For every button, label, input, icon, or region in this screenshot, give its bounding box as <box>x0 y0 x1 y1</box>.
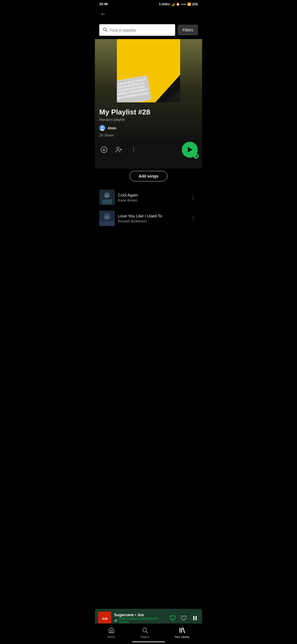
moon-icon: 🌙 <box>171 2 175 6</box>
search-icon <box>103 27 108 33</box>
list-item: RD Love You Like I Used To Russell Dicke… <box>95 208 202 229</box>
svg-text:RD: RD <box>105 216 109 219</box>
track-title: Cool Again <box>118 193 185 197</box>
track-artist: Kane Brown <box>118 198 185 202</box>
svg-point-0 <box>103 28 106 31</box>
play-shuffle-container <box>182 142 198 158</box>
battery-label: [58] <box>192 2 198 6</box>
svg-point-47 <box>133 149 134 150</box>
track-more-button[interactable]: ⋮ <box>188 193 198 201</box>
add-user-button[interactable] <box>114 145 123 154</box>
svg-point-39 <box>101 126 103 128</box>
playlist-info: My Playlist #28 Random playlist Alvin 2h… <box>95 108 202 137</box>
network-speed: 3.1KB/s <box>159 2 170 6</box>
track-artist: Russell Dickerson <box>118 219 185 223</box>
wifi-icon: 📶 <box>187 2 191 6</box>
track-list: KB Cool Again Kane Brown ⋮ RD Love You L… <box>95 187 202 248</box>
avatar <box>99 125 105 131</box>
add-songs-button[interactable]: Add songs <box>130 171 167 181</box>
status-right: 3.1KB/s 🌙 ⏰ ▪▪▪▪▪ 📶 [58] <box>159 2 198 6</box>
status-bar: 10:49 3.1KB/s 🌙 ⏰ ▪▪▪▪▪ 📶 [58] <box>95 0 202 7</box>
back-button[interactable]: ← <box>99 9 108 19</box>
filters-button[interactable]: Filters <box>178 25 198 35</box>
status-time: 10:49 <box>99 2 108 6</box>
track-thumbnail: KB <box>99 190 115 205</box>
svg-point-46 <box>133 147 134 148</box>
page-header: ← <box>95 7 202 22</box>
track-info: Love You Like I Used To Russell Dickerso… <box>118 214 185 223</box>
search-filter-row: Filters <box>95 22 202 39</box>
search-input[interactable] <box>110 28 172 32</box>
action-row <box>95 142 202 163</box>
playlist-duration: 2h 30min <box>99 133 198 137</box>
svg-rect-60 <box>99 221 115 226</box>
playlist-title: My Playlist #28 <box>99 108 198 116</box>
svg-point-43 <box>117 147 119 149</box>
track-thumbnail: RD <box>99 211 115 226</box>
playlist-cover-section: My Playlist #28 Random playlist Alvin 2h… <box>95 39 202 169</box>
signal-icon: ▪▪▪▪▪ <box>181 2 186 6</box>
author-name: Alvin <box>108 126 116 130</box>
track-title: Love You Like I Used To <box>118 214 185 218</box>
playlist-subtitle: Random playlist <box>99 118 198 122</box>
list-item: KB Cool Again Kane Brown ⋮ <box>95 187 202 208</box>
track-info: Cool Again Kane Brown <box>118 193 185 202</box>
search-bar-container[interactable] <box>99 24 175 36</box>
svg-point-48 <box>133 151 134 152</box>
add-songs-section: Add songs <box>95 169 202 187</box>
svg-line-1 <box>106 31 107 32</box>
svg-text:KB: KB <box>105 195 109 198</box>
shuffle-badge <box>193 153 199 159</box>
svg-point-40 <box>100 129 104 131</box>
more-options-button[interactable] <box>129 145 138 154</box>
svg-rect-55 <box>102 200 112 204</box>
alarm-icon: ⏰ <box>176 2 180 6</box>
track-more-button[interactable]: ⋮ <box>188 214 198 222</box>
svg-marker-49 <box>188 147 192 152</box>
download-button[interactable] <box>99 145 109 154</box>
playlist-cover-image <box>117 39 180 102</box>
author-row: Alvin <box>99 125 198 131</box>
